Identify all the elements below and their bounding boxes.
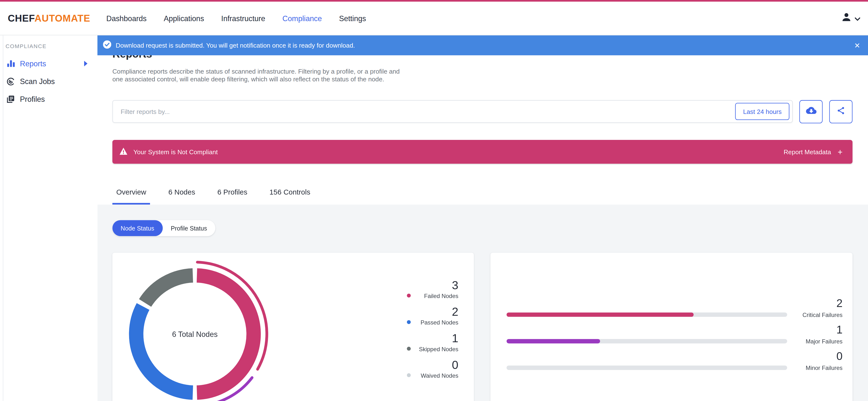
tab-6-profiles[interactable]: 6 Profiles: [214, 188, 251, 204]
page-description-line2: one associated control, will enable deep…: [112, 75, 852, 83]
filter-input-wrap: Last 24 hours: [112, 100, 793, 123]
notification-banner: Download request is submitted. You will …: [97, 35, 868, 55]
page-description-line1: Compliance reports describe the status o…: [112, 68, 852, 75]
navbar-right: [841, 12, 860, 25]
legend-item-waived-nodes: 0Waived Nodes: [407, 359, 458, 379]
page-description: Compliance reports describe the status o…: [112, 68, 852, 83]
sidebar-item-profiles[interactable]: Profiles: [0, 90, 97, 108]
legend-value: 2: [407, 306, 458, 318]
legend-value: 3: [407, 279, 458, 291]
bar-label: Major Failures: [806, 338, 842, 344]
nav-item-settings[interactable]: Settings: [339, 14, 366, 22]
cards-row: 6 Total Nodes 3Failed Nodes2Passed Nodes…: [112, 253, 852, 401]
caret-right-icon: [84, 61, 88, 66]
sidebar-item-label: Scan Jobs: [20, 77, 55, 86]
bar-value: 1: [836, 324, 842, 336]
content-top: Reports Compliance reports describe the …: [97, 35, 868, 205]
download-button[interactable]: [800, 100, 823, 123]
bar-fill: [506, 339, 600, 343]
toggle-profile-status[interactable]: Profile Status: [162, 220, 215, 236]
share-button[interactable]: [829, 100, 853, 123]
failure-severity-card: 2Critical Failures1Major Failures0Minor …: [490, 253, 852, 401]
check-circle-icon: [103, 40, 111, 51]
report-tabs: Overview6 Nodes6 Profiles156 Controls: [112, 180, 852, 204]
legend-label: Failed Nodes: [424, 292, 458, 299]
node-status-donut: 6 Total Nodes: [118, 257, 273, 401]
main-nav: DashboardsApplicationsInfrastructureComp…: [106, 14, 383, 22]
legend-item-passed-nodes: 2Passed Nodes: [407, 306, 458, 326]
bar-fill: [506, 312, 694, 317]
sidebar-section-label: COMPLIANCE: [6, 43, 97, 49]
nav-item-applications[interactable]: Applications: [164, 14, 204, 22]
bar-value: 2: [836, 297, 842, 309]
severity-bar-row-critical-failures: 2Critical Failures: [490, 297, 852, 324]
user-icon: [841, 12, 852, 25]
severity-bar-row-major-failures: 1Major Failures: [490, 324, 852, 350]
filter-reports-input[interactable]: [112, 100, 793, 123]
filter-row: Last 24 hours: [112, 100, 852, 123]
warning-icon: [120, 147, 127, 157]
app-logo[interactable]: CHEFAUTOMATE: [8, 12, 90, 24]
node-status-card: 6 Total Nodes 3Failed Nodes2Passed Nodes…: [112, 253, 474, 401]
alert-message: Your System is Not Compliant: [133, 148, 218, 155]
bar-label: Minor Failures: [806, 364, 842, 371]
plus-icon: +: [838, 147, 842, 157]
bar-value: 0: [836, 350, 842, 362]
top-navbar: CHEFAUTOMATE DashboardsApplicationsInfra…: [0, 2, 868, 35]
legend-dot: [407, 294, 411, 298]
main-content: Download request is submitted. You will …: [97, 35, 868, 401]
logo-chef: CHEF: [8, 12, 34, 24]
user-menu[interactable]: [841, 12, 860, 25]
legend-label: Waived Nodes: [421, 372, 459, 378]
scrollbar-track: [3, 35, 3, 401]
legend-value: 1: [407, 332, 458, 344]
legend-label: Skipped Nodes: [419, 345, 458, 352]
sidebar-item-scan-jobs[interactable]: Scan Jobs: [0, 72, 97, 90]
brand-accent-bar: [0, 0, 868, 2]
legend-dot: [407, 320, 411, 324]
legend-dot: [407, 373, 411, 377]
tab-156-controls[interactable]: 156 Controls: [266, 188, 314, 204]
severity-bars: 2Critical Failures1Major Failures0Minor …: [490, 253, 852, 376]
sidebar-nav: ReportsScan JobsProfiles: [0, 55, 97, 108]
bar-chart-icon: [6, 60, 15, 68]
report-metadata-button[interactable]: Report Metadata +: [784, 147, 842, 157]
notification-message: Download request is submitted. You will …: [116, 42, 355, 48]
legend-value: 0: [407, 359, 458, 371]
page: CHEFAUTOMATE DashboardsApplicationsInfra…: [0, 0, 868, 401]
share-icon: [836, 106, 845, 117]
nav-item-infrastructure[interactable]: Infrastructure: [221, 14, 265, 22]
report-metadata-label: Report Metadata: [784, 148, 831, 155]
bar-label: Critical Failures: [803, 311, 843, 318]
donut-legend: 3Failed Nodes2Passed Nodes1Skipped Nodes…: [407, 279, 458, 386]
severity-bar-row-minor-failures: 0Minor Failures: [490, 350, 852, 376]
nav-item-compliance[interactable]: Compliance: [282, 14, 322, 22]
tab-6-nodes[interactable]: 6 Nodes: [165, 188, 199, 204]
sidebar-item-label: Reports: [20, 60, 46, 68]
legend-item-skipped-nodes: 1Skipped Nodes: [407, 332, 458, 352]
time-range-button[interactable]: Last 24 hours: [735, 103, 789, 120]
donut-center-label: 6 Total Nodes: [118, 257, 273, 401]
logo-automate: AUTOMATE: [34, 12, 90, 24]
chevron-down-icon: [855, 13, 860, 23]
overview-section: Node StatusProfile Status 6 Total Nodes …: [97, 204, 868, 401]
close-icon[interactable]: ✕: [854, 42, 860, 49]
bar-track: [506, 339, 787, 343]
radar-icon: [6, 77, 15, 86]
bar-track: [506, 312, 787, 317]
library-icon: [6, 95, 15, 103]
tab-overview[interactable]: Overview: [112, 188, 150, 204]
app-body: COMPLIANCE ReportsScan JobsProfiles Down…: [0, 35, 868, 401]
sidebar-item-reports[interactable]: Reports: [0, 55, 97, 72]
legend-dot: [407, 347, 411, 351]
toggle-node-status[interactable]: Node Status: [112, 220, 162, 236]
status-toggle: Node StatusProfile Status: [112, 220, 215, 236]
cloud-download-icon: [806, 106, 816, 117]
nav-item-dashboards[interactable]: Dashboards: [106, 14, 147, 22]
compliance-alert: Your System is Not Compliant Report Meta…: [112, 140, 852, 164]
legend-label: Passed Nodes: [421, 319, 458, 326]
compliance-sidebar: COMPLIANCE ReportsScan JobsProfiles: [0, 35, 97, 401]
legend-item-failed-nodes: 3Failed Nodes: [407, 279, 458, 299]
sidebar-item-label: Profiles: [20, 95, 45, 103]
bar-track: [506, 366, 787, 370]
